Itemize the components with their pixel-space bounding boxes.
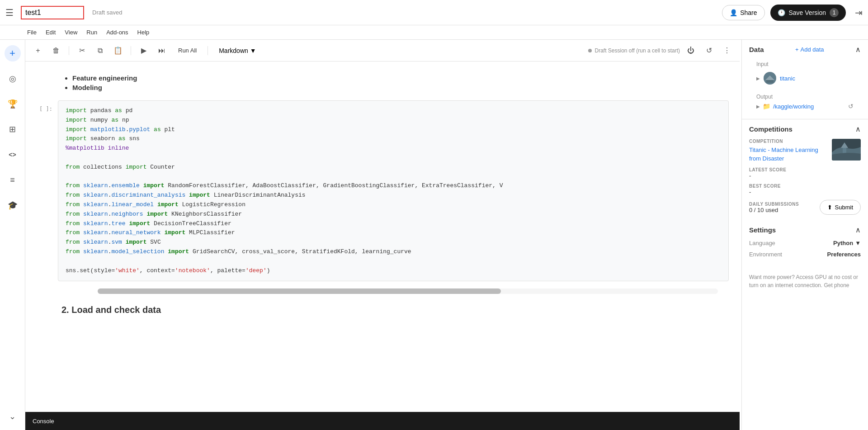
output-path-item[interactable]: ▶ 📁 /kaggle/working ↺ xyxy=(756,103,854,110)
collapse-competitions-icon[interactable]: ∧ xyxy=(855,125,861,133)
delete-cell-button[interactable]: 🗑 xyxy=(49,43,63,58)
section-heading: 2. Load and check data xyxy=(25,298,740,319)
best-score-label: BEST SCORE xyxy=(749,184,861,189)
output-section: Output ▶ 📁 /kaggle/working ↺ xyxy=(749,90,861,113)
input-section: Input ▶ titanic xyxy=(749,57,861,90)
daily-sub-label: DAILY SUBMISSIONS xyxy=(749,202,799,207)
main-layout: + ◎ 🏆 ⊞ <> ≡ 🎓 ⌄ + 🗑 ✂ ⧉ 📋 ▶ ⏭ Run All M… xyxy=(0,40,868,430)
left-sidebar: + ◎ 🏆 ⊞ <> ≡ 🎓 ⌄ xyxy=(0,40,25,430)
competition-item: COMPETITION Titanic - Machine Learning f… xyxy=(749,139,861,163)
menu-file[interactable]: File xyxy=(27,29,37,36)
output-refresh-icon[interactable]: ↺ xyxy=(848,103,854,110)
svg-rect-3 xyxy=(843,148,846,153)
language-dropdown-arrow: ▼ xyxy=(855,240,861,246)
more-options-button[interactable]: ⋮ xyxy=(720,43,734,58)
copy-cell-button[interactable]: ⧉ xyxy=(93,43,107,58)
run-all-button[interactable]: Run All xyxy=(173,45,202,56)
daily-sub-value: 0 / 10 used xyxy=(749,207,799,213)
hamburger-icon[interactable]: ☰ xyxy=(5,7,14,18)
cell-number: [ ]: xyxy=(36,100,58,112)
titanic-thumbnail xyxy=(764,72,776,85)
add-data-button[interactable]: + Add data xyxy=(795,46,824,53)
submit-button[interactable]: ⬆ Submit xyxy=(820,200,861,215)
sidebar-competition-icon[interactable]: 🏆 xyxy=(5,96,21,112)
menu-addons[interactable]: Add-ons xyxy=(106,29,128,36)
cell-type-label: Markdown xyxy=(219,47,248,54)
h-scrollbar-container xyxy=(25,285,740,298)
best-score-value: - xyxy=(749,189,861,195)
expand-panel-icon[interactable]: ⇥ xyxy=(855,7,863,18)
competitions-title: Competitions xyxy=(749,125,793,133)
run-cell-button[interactable]: ▶ xyxy=(137,43,151,58)
menubar: File Edit View Run Add-ons Help xyxy=(0,25,868,40)
environment-value-link[interactable]: Preferences xyxy=(827,251,861,258)
output-path: /kaggle/working xyxy=(773,103,814,110)
save-version-label: Save Version xyxy=(789,9,826,16)
svg-rect-1 xyxy=(766,80,774,83)
titanic-expand-arrow[interactable]: ▶ xyxy=(756,76,760,81)
toolbar-divider-1 xyxy=(69,46,69,55)
collapse-data-icon[interactable]: ∧ xyxy=(855,45,861,54)
markdown-item-2: Modeling xyxy=(72,84,712,91)
notebook-title-input[interactable] xyxy=(21,6,84,19)
best-score-row: BEST SCORE - xyxy=(749,184,861,195)
language-value-dropdown[interactable]: Python ▼ xyxy=(833,240,861,246)
toolbar-right: ⏻ ↺ ⋮ xyxy=(684,43,734,58)
folder-icon: 📁 xyxy=(763,103,770,110)
competition-title-link[interactable]: Titanic - Machine Learning from Disaster xyxy=(749,146,818,162)
upload-icon: ⬆ xyxy=(827,204,832,211)
menu-run[interactable]: Run xyxy=(86,29,97,36)
toolbar-divider-2 xyxy=(131,46,131,55)
console-label: Console xyxy=(33,418,54,425)
sidebar-learn-icon[interactable]: 🎓 xyxy=(5,197,21,213)
refresh-button[interactable]: ↺ xyxy=(702,43,716,58)
console-bar[interactable]: Console xyxy=(25,412,740,430)
menu-edit[interactable]: Edit xyxy=(46,29,56,36)
cell-content[interactable]: import pandas as pd import numpy as np i… xyxy=(58,100,729,281)
sidebar-explore-icon[interactable]: ◎ xyxy=(5,71,21,87)
daily-submissions-info: DAILY SUBMISSIONS 0 / 10 used xyxy=(749,202,799,213)
share-button[interactable]: 👤 Share xyxy=(722,5,764,20)
h-scrollbar[interactable] xyxy=(98,288,718,294)
competition-label: COMPETITION xyxy=(749,139,827,144)
plus-icon: + xyxy=(795,46,799,53)
run-below-button[interactable]: ⏭ xyxy=(155,43,169,58)
person-icon: 👤 xyxy=(730,9,737,16)
menu-help[interactable]: Help xyxy=(137,29,150,36)
environment-setting-row: Environment Preferences xyxy=(749,251,861,258)
add-data-label: Add data xyxy=(801,46,824,53)
h-scrollbar-thumb xyxy=(98,288,501,294)
sidebar-text-icon[interactable]: ≡ xyxy=(5,172,21,188)
latest-score-label: LATEST SCORE xyxy=(749,167,861,172)
output-expand-arrow[interactable]: ▶ xyxy=(756,104,760,109)
environment-label: Environment xyxy=(749,251,782,258)
latest-score-row: LATEST SCORE - xyxy=(749,167,861,179)
output-label: Output xyxy=(756,94,854,100)
sidebar-code-icon[interactable]: <> xyxy=(5,146,21,163)
notebook-content: Feature engineering Modeling [ ]: import… xyxy=(25,61,740,412)
paste-cell-button[interactable]: 📋 xyxy=(111,43,125,58)
shutdown-button[interactable]: ⏻ xyxy=(684,43,698,58)
toolbar: + 🗑 ✂ ⧉ 📋 ▶ ⏭ Run All Markdown ▼ Draft S… xyxy=(25,40,740,61)
settings-title: Settings xyxy=(749,226,776,234)
session-status-dot xyxy=(588,49,592,52)
menu-view[interactable]: View xyxy=(65,29,77,36)
add-cell-button[interactable]: + xyxy=(31,43,45,58)
titanic-name: titanic xyxy=(780,75,795,82)
cut-cell-button[interactable]: ✂ xyxy=(75,43,89,58)
sidebar-collapse-icon[interactable]: ⌄ xyxy=(5,408,21,425)
submit-label: Submit xyxy=(835,204,853,211)
titanic-data-item[interactable]: ▶ titanic xyxy=(756,70,854,86)
save-version-button[interactable]: 🕐 Save Version 1 xyxy=(770,5,846,21)
notebook-area: + 🗑 ✂ ⧉ 📋 ▶ ⏭ Run All Markdown ▼ Draft S… xyxy=(25,40,740,430)
right-panel: Data + Add data ∧ Input ▶ xyxy=(741,40,868,430)
topbar: ☰ Draft saved 👤 Share 🕐 Save Version 1 ⇥ xyxy=(0,0,868,25)
sidebar-add-cell-icon[interactable]: + xyxy=(5,45,21,61)
sidebar-table-icon[interactable]: ⊞ xyxy=(5,121,21,137)
environment-value: Preferences xyxy=(827,251,861,258)
submit-section: DAILY SUBMISSIONS 0 / 10 used ⬆ Submit xyxy=(749,200,861,215)
titanic-competition-img xyxy=(832,139,861,161)
collapse-settings-icon[interactable]: ∧ xyxy=(855,226,861,234)
draft-saved-label: Draft saved xyxy=(92,9,122,16)
cell-type-dropdown[interactable]: Markdown ▼ xyxy=(213,45,261,56)
